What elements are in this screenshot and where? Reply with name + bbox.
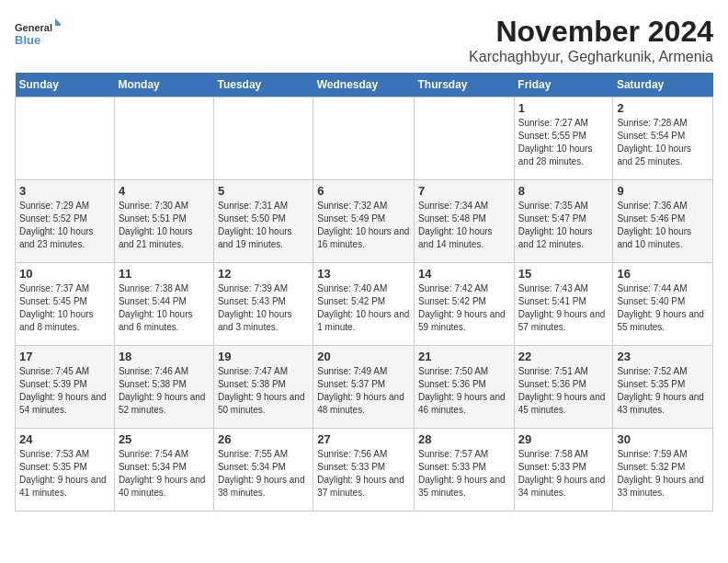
day-number: 20 (317, 350, 410, 363)
day-cell: 1Sunrise: 7:27 AM Sunset: 5:55 PM Daylig… (514, 98, 613, 180)
day-number: 27 (317, 432, 410, 446)
day-number: 16 (617, 267, 709, 281)
day-info: Sunrise: 7:37 AM Sunset: 5:45 PM Dayligh… (19, 282, 110, 334)
day-cell (16, 98, 115, 180)
day-number: 18 (119, 350, 210, 363)
day-cell: 3Sunrise: 7:29 AM Sunset: 5:52 PM Daylig… (16, 180, 115, 263)
day-number: 17 (19, 350, 110, 363)
day-info: Sunrise: 7:27 AM Sunset: 5:55 PM Dayligh… (518, 117, 609, 168)
day-number: 7 (418, 184, 510, 198)
svg-text:Blue: Blue (15, 33, 40, 47)
logo-svg: General Blue (15, 15, 61, 52)
day-cell (213, 98, 313, 180)
weekday-header-tuesday: Tuesday (213, 73, 313, 98)
day-info: Sunrise: 7:30 AM Sunset: 5:51 PM Dayligh… (119, 200, 210, 251)
day-number: 3 (19, 184, 110, 198)
day-number: 10 (19, 267, 110, 281)
day-number: 6 (317, 184, 410, 198)
day-info: Sunrise: 7:53 AM Sunset: 5:35 PM Dayligh… (19, 448, 110, 500)
day-info: Sunrise: 7:43 AM Sunset: 5:41 PM Dayligh… (518, 282, 609, 334)
day-info: Sunrise: 7:39 AM Sunset: 5:43 PM Dayligh… (218, 282, 309, 334)
day-info: Sunrise: 7:40 AM Sunset: 5:42 PM Dayligh… (317, 282, 410, 334)
day-info: Sunrise: 7:49 AM Sunset: 5:37 PM Dayligh… (317, 365, 410, 417)
day-cell: 5Sunrise: 7:31 AM Sunset: 5:50 PM Daylig… (213, 180, 313, 263)
day-info: Sunrise: 7:57 AM Sunset: 5:33 PM Dayligh… (418, 448, 510, 500)
day-cell: 27Sunrise: 7:56 AM Sunset: 5:33 PM Dayli… (313, 429, 415, 511)
day-number: 22 (518, 350, 609, 363)
day-number: 11 (119, 267, 210, 281)
day-number: 23 (617, 350, 709, 363)
header: General Blue November 2024 Karchaghbyur,… (15, 15, 713, 65)
svg-marker-2 (55, 18, 61, 26)
day-info: Sunrise: 7:34 AM Sunset: 5:48 PM Dayligh… (418, 200, 510, 251)
day-number: 29 (518, 432, 609, 446)
day-cell (415, 98, 515, 180)
day-number: 24 (19, 432, 110, 446)
day-info: Sunrise: 7:44 AM Sunset: 5:40 PM Dayligh… (617, 282, 709, 334)
weekday-header-monday: Monday (114, 73, 213, 98)
day-info: Sunrise: 7:56 AM Sunset: 5:33 PM Dayligh… (317, 448, 410, 500)
logo: General Blue (15, 15, 61, 52)
day-info: Sunrise: 7:45 AM Sunset: 5:39 PM Dayligh… (19, 365, 110, 417)
day-cell (114, 98, 213, 180)
day-info: Sunrise: 7:47 AM Sunset: 5:38 PM Dayligh… (218, 365, 309, 417)
weekday-header-thursday: Thursday (415, 73, 515, 98)
calendar-table: SundayMondayTuesdayWednesdayThursdayFrid… (15, 73, 713, 511)
day-cell: 28Sunrise: 7:57 AM Sunset: 5:33 PM Dayli… (415, 429, 515, 511)
day-info: Sunrise: 7:38 AM Sunset: 5:44 PM Dayligh… (119, 282, 210, 334)
title-area: November 2024 Karchaghbyur, Gegharkunik,… (469, 15, 713, 65)
week-row-2: 3Sunrise: 7:29 AM Sunset: 5:52 PM Daylig… (16, 180, 713, 263)
weekday-header-wednesday: Wednesday (313, 73, 415, 98)
day-number: 9 (617, 184, 709, 198)
day-number: 19 (218, 350, 309, 363)
week-row-3: 10Sunrise: 7:37 AM Sunset: 5:45 PM Dayli… (16, 263, 713, 346)
day-cell: 15Sunrise: 7:43 AM Sunset: 5:41 PM Dayli… (514, 263, 613, 346)
week-row-5: 24Sunrise: 7:53 AM Sunset: 5:35 PM Dayli… (16, 429, 713, 511)
weekday-header-friday: Friday (514, 73, 613, 98)
weekday-header-sunday: Sunday (16, 73, 115, 98)
day-cell: 29Sunrise: 7:58 AM Sunset: 5:33 PM Dayli… (514, 429, 613, 511)
day-cell: 26Sunrise: 7:55 AM Sunset: 5:34 PM Dayli… (213, 429, 313, 511)
day-cell: 6Sunrise: 7:32 AM Sunset: 5:49 PM Daylig… (313, 180, 415, 263)
day-info: Sunrise: 7:54 AM Sunset: 5:34 PM Dayligh… (119, 448, 210, 500)
day-number: 8 (518, 184, 609, 198)
day-cell: 25Sunrise: 7:54 AM Sunset: 5:34 PM Dayli… (114, 429, 213, 511)
day-cell: 13Sunrise: 7:40 AM Sunset: 5:42 PM Dayli… (313, 263, 415, 346)
day-number: 25 (119, 432, 210, 446)
day-number: 1 (518, 101, 609, 115)
day-info: Sunrise: 7:50 AM Sunset: 5:36 PM Dayligh… (418, 365, 510, 417)
day-info: Sunrise: 7:52 AM Sunset: 5:35 PM Dayligh… (617, 365, 709, 417)
day-info: Sunrise: 7:36 AM Sunset: 5:46 PM Dayligh… (617, 200, 709, 251)
day-number: 2 (617, 101, 709, 115)
day-cell: 24Sunrise: 7:53 AM Sunset: 5:35 PM Dayli… (16, 429, 115, 511)
day-cell: 20Sunrise: 7:49 AM Sunset: 5:37 PM Dayli… (313, 346, 415, 429)
day-cell: 7Sunrise: 7:34 AM Sunset: 5:48 PM Daylig… (415, 180, 515, 263)
day-cell: 16Sunrise: 7:44 AM Sunset: 5:40 PM Dayli… (613, 263, 713, 346)
day-cell: 14Sunrise: 7:42 AM Sunset: 5:42 PM Dayli… (415, 263, 515, 346)
day-cell: 8Sunrise: 7:35 AM Sunset: 5:47 PM Daylig… (514, 180, 613, 263)
day-info: Sunrise: 7:46 AM Sunset: 5:38 PM Dayligh… (119, 365, 210, 417)
day-info: Sunrise: 7:51 AM Sunset: 5:36 PM Dayligh… (518, 365, 609, 417)
day-info: Sunrise: 7:35 AM Sunset: 5:47 PM Dayligh… (518, 200, 609, 251)
weekday-header-saturday: Saturday (613, 73, 713, 98)
weekday-header-row: SundayMondayTuesdayWednesdayThursdayFrid… (16, 73, 713, 98)
day-info: Sunrise: 7:28 AM Sunset: 5:54 PM Dayligh… (617, 117, 709, 168)
week-row-1: 1Sunrise: 7:27 AM Sunset: 5:55 PM Daylig… (16, 98, 713, 180)
day-number: 15 (518, 267, 609, 281)
day-number: 26 (218, 432, 309, 446)
day-cell: 12Sunrise: 7:39 AM Sunset: 5:43 PM Dayli… (213, 263, 313, 346)
day-info: Sunrise: 7:29 AM Sunset: 5:52 PM Dayligh… (19, 200, 110, 251)
day-cell: 18Sunrise: 7:46 AM Sunset: 5:38 PM Dayli… (114, 346, 213, 429)
day-cell: 23Sunrise: 7:52 AM Sunset: 5:35 PM Dayli… (613, 346, 713, 429)
day-cell: 11Sunrise: 7:38 AM Sunset: 5:44 PM Dayli… (114, 263, 213, 346)
location-title: Karchaghbyur, Gegharkunik, Armenia (469, 49, 713, 65)
day-info: Sunrise: 7:42 AM Sunset: 5:42 PM Dayligh… (418, 282, 510, 334)
day-cell: 4Sunrise: 7:30 AM Sunset: 5:51 PM Daylig… (114, 180, 213, 263)
day-cell: 22Sunrise: 7:51 AM Sunset: 5:36 PM Dayli… (514, 346, 613, 429)
day-cell: 21Sunrise: 7:50 AM Sunset: 5:36 PM Dayli… (415, 346, 515, 429)
day-cell: 17Sunrise: 7:45 AM Sunset: 5:39 PM Dayli… (16, 346, 115, 429)
day-number: 12 (218, 267, 309, 281)
svg-text:General: General (15, 22, 52, 33)
day-info: Sunrise: 7:31 AM Sunset: 5:50 PM Dayligh… (218, 200, 309, 251)
day-info: Sunrise: 7:58 AM Sunset: 5:33 PM Dayligh… (518, 448, 609, 500)
